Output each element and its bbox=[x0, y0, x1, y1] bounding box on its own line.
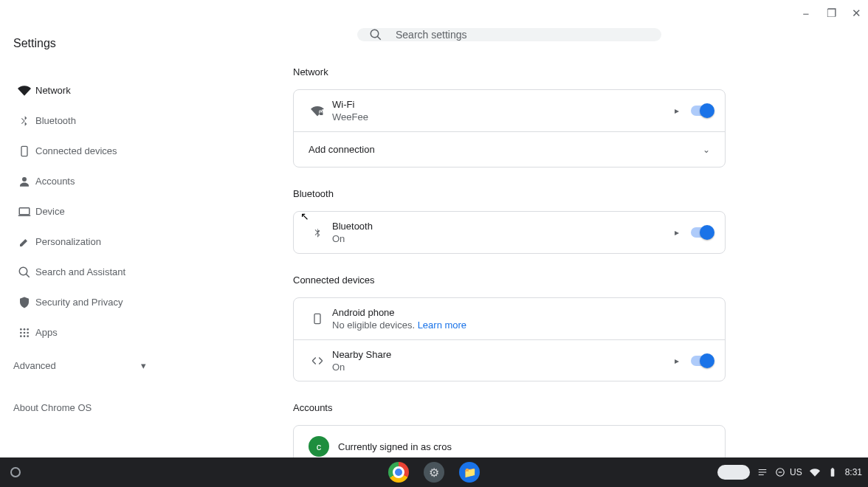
add-connection-row[interactable]: Add connection ⌄ bbox=[294, 131, 725, 167]
nearby-toggle[interactable] bbox=[691, 356, 713, 366]
chevron-down-icon: ⌄ bbox=[703, 145, 710, 155]
page-title: Settings bbox=[13, 37, 192, 50]
android-texts: Android phone No eligible devices. Learn… bbox=[332, 307, 713, 331]
clock[interactable]: 8:31 bbox=[845, 467, 862, 477]
connected-card: Android phone No eligible devices. Learn… bbox=[293, 297, 726, 381]
ime-label: US bbox=[790, 467, 802, 477]
nearby-status: On bbox=[332, 362, 675, 373]
svg-rect-15 bbox=[314, 314, 320, 323]
sidebar-item-personalization[interactable]: Personalization bbox=[13, 227, 192, 257]
taskbar: ⚙ 📁 US 8:31 bbox=[0, 457, 868, 487]
launcher-button[interactable] bbox=[10, 467, 21, 477]
edit-icon bbox=[13, 236, 35, 248]
settings-app-icon[interactable]: ⚙ bbox=[424, 462, 444, 483]
svg-point-12 bbox=[27, 335, 29, 337]
svg-point-6 bbox=[27, 328, 29, 331]
svg-rect-0 bbox=[21, 146, 27, 156]
learn-more-link[interactable]: Learn more bbox=[418, 320, 466, 331]
svg-point-5 bbox=[24, 328, 26, 331]
wifi-toggle[interactable] bbox=[691, 106, 713, 116]
nav-list: Network Bluetooth Connected devices Acco… bbox=[13, 75, 192, 348]
system-tray[interactable]: US 8:31 bbox=[717, 465, 862, 480]
svg-point-7 bbox=[20, 331, 22, 334]
sidebar-item-search-assistant[interactable]: Search and Assistant bbox=[13, 257, 192, 287]
svg-point-1 bbox=[22, 177, 27, 182]
stylus-tools-icon[interactable] bbox=[717, 465, 750, 480]
advanced-toggle[interactable]: Advanced ▾ bbox=[13, 350, 146, 380]
shield-icon bbox=[13, 296, 35, 309]
about-chrome-os-link[interactable]: About Chrome OS bbox=[13, 402, 192, 413]
svg-point-10 bbox=[20, 335, 22, 337]
section-title-bluetooth: Bluetooth bbox=[293, 188, 726, 199]
bluetooth-row[interactable]: Bluetooth On ▸ bbox=[294, 212, 725, 253]
nearby-share-icon bbox=[306, 354, 329, 367]
laptop-icon bbox=[13, 205, 35, 218]
sidebar: Settings Network Bluetooth Connected dev… bbox=[0, 0, 192, 487]
advanced-label: Advanced bbox=[13, 360, 56, 371]
search-icon bbox=[13, 266, 35, 279]
nearby-texts: Nearby Share On bbox=[332, 349, 675, 373]
sidebar-item-device[interactable]: Device bbox=[13, 196, 192, 227]
sidebar-item-bluetooth[interactable]: Bluetooth bbox=[13, 106, 192, 136]
chevron-right-icon: ▸ bbox=[675, 356, 679, 366]
phone-icon bbox=[13, 145, 35, 157]
android-phone-row[interactable]: Android phone No eligible devices. Learn… bbox=[294, 298, 725, 339]
wifi-lock-icon bbox=[306, 104, 329, 117]
sidebar-item-accounts[interactable]: Accounts bbox=[13, 166, 192, 196]
sidebar-item-apps[interactable]: Apps bbox=[13, 317, 192, 348]
nearby-share-row[interactable]: Nearby Share On ▸ bbox=[294, 339, 725, 381]
chevron-right-icon: ▸ bbox=[675, 106, 679, 116]
wifi-title: Wi-Fi bbox=[332, 99, 675, 110]
search-box[interactable] bbox=[357, 28, 661, 41]
shelf-apps: ⚙ 📁 bbox=[388, 462, 480, 483]
svg-point-13 bbox=[371, 30, 379, 38]
svg-point-4 bbox=[20, 328, 22, 331]
sidebar-item-label: Personalization bbox=[35, 236, 101, 247]
bluetooth-title: Bluetooth bbox=[332, 221, 675, 232]
svg-point-3 bbox=[19, 267, 27, 275]
section-title-connected: Connected devices bbox=[293, 274, 726, 286]
section-title-network: Network bbox=[293, 66, 726, 77]
files-app-icon[interactable]: 📁 bbox=[459, 462, 480, 483]
signed-in-label: Currently signed in as cros bbox=[338, 441, 713, 452]
person-icon bbox=[13, 175, 35, 188]
android-title: Android phone bbox=[332, 307, 713, 318]
bluetooth-toggle[interactable] bbox=[691, 227, 713, 238]
bluetooth-status: On bbox=[332, 233, 675, 244]
main-area: Network Wi-Fi WeeFee ▸ Add connection ⌄ … bbox=[192, 0, 868, 457]
sidebar-item-label: Network bbox=[35, 85, 71, 96]
notifications-icon[interactable] bbox=[757, 467, 768, 477]
avatar: c bbox=[309, 436, 329, 457]
svg-rect-18 bbox=[831, 468, 833, 469]
wifi-texts: Wi-Fi WeeFee bbox=[332, 99, 675, 122]
svg-point-9 bbox=[27, 331, 29, 334]
search-input[interactable] bbox=[396, 29, 655, 41]
chrome-app-icon[interactable] bbox=[388, 462, 409, 483]
svg-rect-2 bbox=[19, 207, 30, 214]
bluetooth-icon bbox=[306, 227, 329, 238]
sidebar-item-network[interactable]: Network bbox=[13, 75, 192, 106]
wifi-row[interactable]: Wi-Fi WeeFee ▸ bbox=[294, 90, 725, 131]
bluetooth-icon bbox=[13, 115, 35, 127]
sidebar-item-label: Device bbox=[35, 206, 65, 217]
android-status: No eligible devices. Learn more bbox=[332, 320, 713, 331]
svg-point-8 bbox=[24, 331, 26, 334]
search-icon bbox=[369, 28, 382, 41]
content: Network Wi-Fi WeeFee ▸ Add connection ⌄ … bbox=[293, 61, 726, 468]
sidebar-item-label: Connected devices bbox=[35, 145, 117, 156]
phone-icon bbox=[306, 313, 329, 325]
svg-point-11 bbox=[24, 335, 26, 337]
sidebar-item-security-privacy[interactable]: Security and Privacy bbox=[13, 287, 192, 317]
sidebar-item-label: Search and Assistant bbox=[35, 266, 125, 277]
chevron-right-icon: ▸ bbox=[675, 227, 679, 238]
bluetooth-texts: Bluetooth On bbox=[332, 221, 675, 244]
wifi-tray-icon[interactable] bbox=[810, 467, 820, 477]
sidebar-item-connected-devices[interactable]: Connected devices bbox=[13, 136, 192, 166]
wifi-icon bbox=[13, 84, 35, 97]
chevron-down-icon: ▾ bbox=[141, 360, 146, 371]
sidebar-item-label: Bluetooth bbox=[35, 115, 76, 126]
ime-indicator[interactable]: US bbox=[775, 467, 802, 477]
sidebar-item-label: Apps bbox=[35, 327, 58, 338]
battery-tray-icon[interactable] bbox=[827, 467, 838, 477]
add-connection-label: Add connection bbox=[309, 144, 703, 155]
